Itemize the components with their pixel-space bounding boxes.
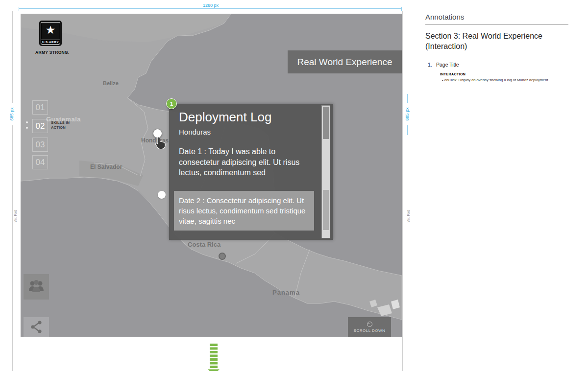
nav-item-04[interactable]: 04 — [32, 155, 48, 169]
overlay-title: Deployment Log — [179, 110, 271, 125]
overlay-entry-1: Date 1 : Today I was able to consectetur… — [179, 146, 318, 178]
overlay-subtitle: Honduras — [179, 128, 211, 136]
design-spec-page: 1280 px 685 px 685 px Var. Fold Var. Fol… — [0, 0, 588, 371]
map-label-el-salvador: El Salvador — [90, 163, 122, 170]
scroll-down-icon — [367, 322, 372, 327]
annotations-panel: Annotations Section 3: Real World Experi… — [425, 13, 568, 82]
annotation-item-bullet: onClick: Display an overlay showing a lo… — [442, 78, 562, 82]
nav-item-03-label: 03 — [36, 140, 45, 150]
hand-cursor-icon — [155, 136, 166, 150]
nav-item-04-label: 04 — [36, 158, 45, 167]
army-logo-wordmark: U.S.ARMY — [41, 40, 60, 44]
nav-item-01[interactable]: 01 — [32, 100, 48, 115]
map-label-costa-rica: Costa Rica — [188, 241, 220, 248]
hand-cursor-glyph — [155, 136, 166, 150]
community-button[interactable] — [24, 274, 49, 300]
nav-item-02[interactable]: 02 — [32, 119, 48, 133]
annotation-item-title: Page Title — [436, 62, 459, 68]
dimension-label-left: 685 px — [9, 103, 14, 125]
nav-progress-dot — [26, 127, 28, 129]
scrollbar-thumb-bottom[interactable] — [323, 190, 329, 230]
annotations-header: Annotations — [425, 13, 568, 21]
overlay-entry-2: Date 2 : Consectetur adipiscing elit. Ut… — [174, 191, 314, 231]
nav-item-01-label: 01 — [36, 103, 45, 113]
scrollbar-thumb-top[interactable] — [323, 107, 329, 139]
map-dot-costa-rica[interactable] — [219, 253, 226, 260]
deployment-log-overlay: Deployment Log Honduras Date 1 : Today I… — [169, 104, 333, 240]
share-button[interactable] — [24, 317, 49, 337]
overlay-scrollbar[interactable] — [321, 105, 330, 238]
below-fold-arrow — [208, 344, 220, 371]
army-tagline: ARMY STRONG. — [35, 50, 70, 55]
down-arrow-icon — [208, 344, 220, 371]
dimension-label-top: 1280 px — [195, 3, 226, 8]
map-label-belize: Belize — [103, 80, 119, 86]
share-icon — [30, 320, 43, 334]
dimension-label-right: 685 px — [405, 103, 410, 125]
nav-progress-dot — [26, 121, 28, 123]
scroll-down-label: SCROLL DOWN — [354, 328, 386, 333]
nav-item-03[interactable]: 03 — [32, 138, 48, 152]
dimension-line-top — [19, 8, 402, 9]
annotation-item: 1.Page Title INTERACTION onClick: Displa… — [425, 60, 568, 82]
nav-item-02-label: 02 — [36, 121, 45, 131]
fold-note-right: Var. Fold — [407, 206, 410, 227]
annotation-item-number: 1. — [428, 62, 436, 68]
annotation-item-subheading: INTERACTION — [440, 72, 568, 76]
annotations-divider — [425, 24, 568, 25]
annotation-callout-1: 1 — [166, 98, 177, 109]
map-pin-secondary[interactable] — [158, 191, 166, 199]
scroll-down-button[interactable]: SCROLL DOWN — [348, 317, 391, 337]
star-icon: ★ — [46, 23, 56, 38]
fold-note-left: Var. Fold — [14, 206, 17, 227]
army-logo[interactable]: ★ U.S.ARMY — [39, 21, 62, 46]
map-label-panama: Panama — [272, 289, 300, 296]
nav-active-sublabel: SKILLS IN ACTION — [51, 120, 76, 130]
army-logo-frame: ★ U.S.ARMY — [41, 22, 60, 45]
people-icon — [27, 279, 45, 294]
annotations-section-title: Section 3: Real World Experience (Intera… — [425, 31, 555, 51]
map-canvas: Belize Guatemala Honduras El Salvador Co… — [21, 14, 402, 337]
page-title-banner: Real World Experience — [288, 50, 402, 73]
